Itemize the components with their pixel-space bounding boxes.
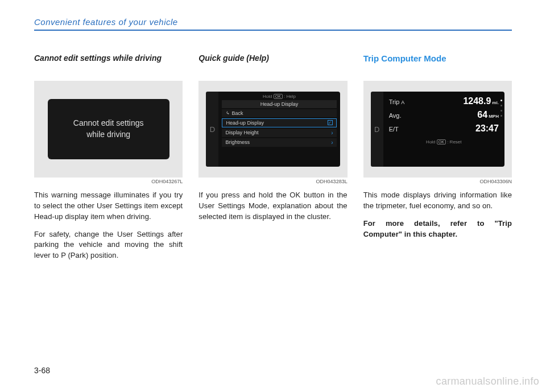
manual-page: Convenient features of your vehicle Cann… (0, 0, 546, 392)
col2-figure-caption: ODH043283L (198, 179, 347, 184)
column-1: Cannot edit settings while driving Canno… (34, 53, 183, 268)
ok-button-icon: OK (437, 139, 446, 145)
warning-line2: while driving (73, 129, 144, 141)
avg-unit: MPH (489, 114, 499, 119)
chevron-right-icon: › (331, 130, 333, 136)
page-header: Convenient features of your vehicle (34, 17, 512, 31)
menu-screen: Hold OK : Help Head-up Display ⤶Back Hea… (218, 92, 340, 167)
avg-label: Avg. (389, 112, 402, 119)
hold-label: Hold (263, 94, 272, 99)
col3-heading: Trip Computer Mode (363, 53, 512, 74)
col1-paragraph-1: This warning message illuminates if you … (34, 190, 183, 222)
et-label: E/T (389, 126, 399, 133)
checkbox-icon: ✓ (328, 120, 333, 125)
back-label: Back (231, 110, 243, 116)
avg-value: 64 (477, 110, 487, 119)
page-dots-icon (500, 100, 502, 117)
col1-figure: Cannot edit settings while driving (34, 81, 183, 178)
hold-help-hint: Hold OK : Help (222, 94, 336, 99)
gear-indicator: D (371, 92, 383, 167)
hold-reset-hint: Hold OK : Reset (389, 139, 499, 145)
trip-screen: Trip A 1248.9mi. Avg. 64MPH (383, 92, 504, 167)
brightness-label: Brightness (225, 139, 250, 145)
trip-unit: mi. (492, 100, 499, 105)
page-number: 3-68 (34, 366, 50, 375)
hold-label: Hold (426, 139, 435, 145)
menu-row-back: ⤶Back (222, 109, 336, 117)
col3-figure-caption: ODH043306N (363, 179, 512, 184)
col3-figure: D Trip A 1248.9mi. (363, 81, 512, 178)
col3-paragraph-1: This mode displays driving information l… (363, 190, 512, 212)
display-height-label: Display Height (225, 130, 258, 135)
column-3: Trip Computer Mode D Trip A (363, 53, 512, 268)
col3-paragraph-2: For more details, refer to "Trip Compute… (363, 218, 512, 240)
warning-line1: Cannot edit settings (73, 118, 144, 129)
et-value: 23:47 (475, 123, 499, 134)
column-2: Quick guide (Help) D Hold OK : Help Head… (198, 53, 347, 268)
menu-row-hud: Head-up Display ✓ (222, 118, 336, 127)
menu-row-brightness: Brightness › (222, 138, 336, 147)
et-row: E/T 23:47 (389, 123, 499, 134)
col1-heading: Cannot edit settings while driving (34, 53, 183, 74)
avg-row: Avg. 64MPH (389, 110, 499, 120)
gear-indicator: D (206, 92, 218, 167)
trip-screen-wrap: D Trip A 1248.9mi. (371, 92, 504, 167)
menu-title: Head-up Display (222, 100, 336, 108)
col2-paragraph-1: If you press and hold the OK button in t… (198, 190, 347, 222)
col2-figure: D Hold OK : Help Head-up Display ⤶Back (198, 81, 347, 178)
chevron-right-icon: › (331, 139, 333, 146)
menu-screen-wrap: D Hold OK : Help Head-up Display ⤶Back (206, 92, 340, 167)
menu-row-height: Display Height › (222, 129, 336, 137)
hud-label: Head-up Display (226, 120, 264, 126)
ok-button-icon: OK (274, 94, 283, 99)
reset-label: : Reset (447, 139, 461, 145)
trip-row: Trip A 1248.9mi. (389, 96, 499, 106)
trip-value: 1248.9 (463, 96, 491, 106)
col1-paragraph-2: For safety, change the User Settings aft… (34, 229, 183, 262)
help-label: : Help (284, 94, 296, 99)
back-arrow-icon: ⤶ (225, 110, 231, 117)
watermark: carmanualsonline.info (436, 376, 539, 387)
warning-screen: Cannot edit settings while driving (48, 99, 169, 159)
col2-heading: Quick guide (Help) (198, 53, 347, 74)
trip-sub: A (401, 100, 404, 105)
content-columns: Cannot edit settings while driving Canno… (34, 53, 512, 268)
page-header-text: Convenient features of your vehicle (34, 17, 178, 27)
trip-label: Trip (389, 98, 400, 105)
col1-figure-caption: ODH043267L (34, 179, 183, 184)
